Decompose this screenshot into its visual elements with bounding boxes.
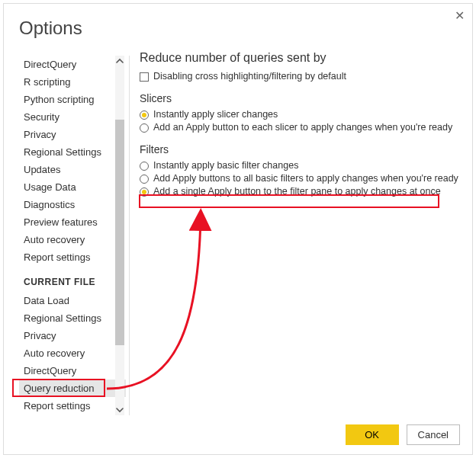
sidebar-item-query-reduction[interactable]: Query reduction [19, 380, 126, 397]
filter-option[interactable]: Instantly apply basic filter changes [140, 160, 460, 171]
options-dialog: ✕ Options DirectQueryR scriptingPython s… [3, 3, 473, 455]
slicers-heading: Slicers [140, 92, 460, 104]
radio-icon [140, 187, 149, 197]
radio-icon [140, 110, 149, 120]
sidebar-section-label: CURRENT FILE [19, 277, 126, 287]
sidebar-item[interactable]: Usage Data [19, 178, 126, 196]
filter-option[interactable]: Add Apply buttons to all basic filters t… [140, 173, 460, 184]
content-pane: Reduce number of queries sent by Disabli… [140, 51, 460, 199]
dialog-title: Options [19, 18, 82, 39]
sidebar-item[interactable]: DirectQuery [19, 56, 126, 73]
slicer-option-label: Add an Apply button to each slicer to ap… [153, 122, 452, 133]
section-heading: Reduce number of queries sent by [140, 51, 460, 65]
filter-option-label: Instantly apply basic filter changes [153, 160, 298, 171]
ok-button[interactable]: OK [346, 424, 399, 445]
sidebar-item[interactable]: Auto recovery [19, 344, 126, 362]
checkbox-label: Disabling cross highlighting/filtering b… [153, 71, 346, 82]
sidebar-item[interactable]: Report settings [19, 397, 126, 415]
filter-option[interactable]: Add a single Apply button to the filter … [140, 186, 460, 197]
filter-option-label: Add a single Apply button to the filter … [153, 186, 441, 197]
divider [129, 56, 130, 415]
sidebar-item[interactable]: Data Load [19, 292, 126, 309]
close-icon[interactable]: ✕ [455, 8, 465, 23]
slicer-option-label: Instantly apply slicer changes [153, 109, 278, 120]
sidebar: DirectQueryR scriptingPython scriptingSe… [19, 56, 126, 415]
chevron-down-icon[interactable] [115, 405, 124, 415]
sidebar-item[interactable]: Updates [19, 161, 126, 178]
sidebar-item[interactable]: Regional Settings [19, 309, 126, 327]
slicer-option[interactable]: Instantly apply slicer changes [140, 109, 460, 120]
sidebar-item[interactable]: Auto recovery [19, 231, 126, 248]
radio-icon [140, 175, 149, 184]
chevron-up-icon[interactable] [115, 56, 124, 66]
filters-heading: Filters [140, 143, 460, 155]
filter-option-label: Add Apply buttons to all basic filters t… [153, 173, 458, 184]
sidebar-item[interactable]: Preview features [19, 213, 126, 231]
sidebar-item[interactable]: Privacy [19, 327, 126, 344]
sidebar-item[interactable]: R scripting [19, 73, 126, 91]
slicer-option[interactable]: Add an Apply button to each slicer to ap… [140, 122, 460, 133]
sidebar-item[interactable]: Privacy [19, 126, 126, 143]
sidebar-item[interactable]: Python scripting [19, 91, 126, 108]
scrollbar-thumb[interactable] [115, 120, 124, 345]
sidebar-item[interactable]: Diagnostics [19, 196, 126, 213]
sidebar-scrollbar[interactable] [115, 56, 124, 415]
checkbox-icon [140, 72, 149, 82]
checkbox-disable-crosshighlight[interactable]: Disabling cross highlighting/filtering b… [140, 71, 460, 82]
sidebar-item[interactable]: Security [19, 108, 126, 126]
sidebar-item[interactable]: Report settings [19, 248, 126, 266]
cancel-button[interactable]: Cancel [407, 424, 460, 445]
sidebar-item[interactable]: DirectQuery [19, 362, 126, 380]
radio-icon [140, 123, 149, 133]
radio-icon [140, 162, 149, 171]
sidebar-item[interactable]: Regional Settings [19, 143, 126, 161]
dialog-footer: OK Cancel [346, 424, 460, 445]
